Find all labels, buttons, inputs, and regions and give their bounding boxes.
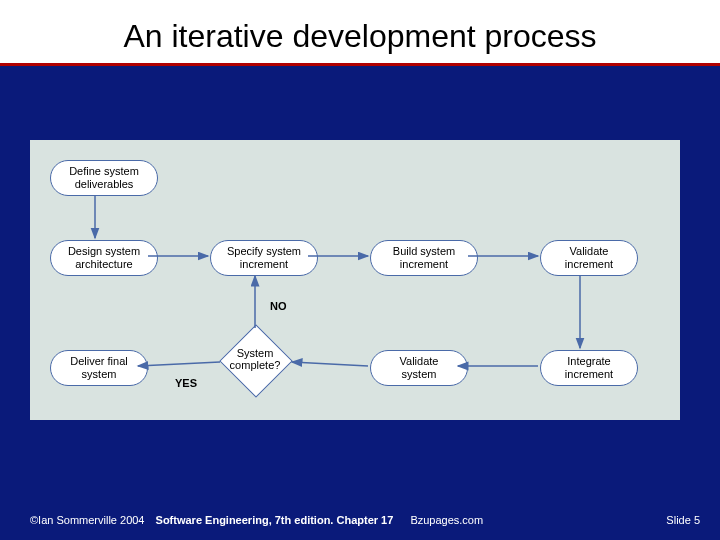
- diagram: Define systemdeliverables Design systema…: [30, 140, 680, 420]
- edge-label-yes: YES: [175, 377, 197, 389]
- slide: An iterative development process Define …: [0, 0, 720, 540]
- node-design: Design systemarchitecture: [50, 240, 158, 276]
- svg-line-6: [292, 362, 368, 366]
- title-area: An iterative development process: [0, 0, 720, 66]
- footer-slide-number: Slide 5: [666, 514, 700, 526]
- footer: ©Ian Sommerville 2004 Software Engineeri…: [30, 514, 700, 526]
- slide-title: An iterative development process: [0, 18, 720, 55]
- footer-book: Software Engineering, 7th edition. Chapt…: [156, 514, 394, 526]
- footer-site: Bzupages.com: [410, 514, 483, 526]
- node-integrate: Integrateincrement: [540, 350, 638, 386]
- node-deliver: Deliver finalsystem: [50, 350, 148, 386]
- decision-label: Systemcomplete?: [220, 347, 290, 371]
- footer-copyright: ©Ian Sommerville 2004: [30, 514, 145, 526]
- node-validate-system: Validatesystem: [370, 350, 468, 386]
- node-validate-increment: Validateincrement: [540, 240, 638, 276]
- node-decision: Systemcomplete?: [220, 325, 290, 395]
- node-specify: Specify systemincrement: [210, 240, 318, 276]
- edge-label-no: NO: [270, 300, 287, 312]
- node-define: Define systemdeliverables: [50, 160, 158, 196]
- svg-line-8: [138, 362, 220, 366]
- node-build: Build systemincrement: [370, 240, 478, 276]
